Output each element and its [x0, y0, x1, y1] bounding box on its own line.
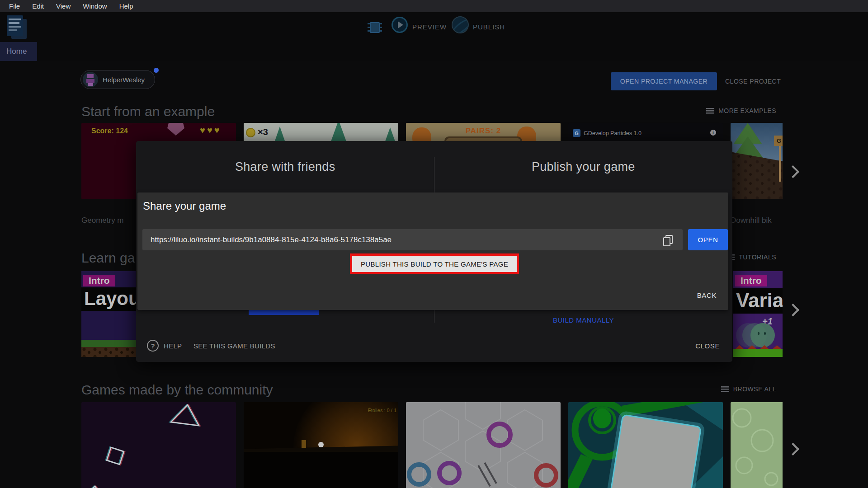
intro-badge: Intro	[735, 275, 767, 286]
community-thumb-green-circles[interactable]	[731, 402, 783, 488]
open-url-button[interactable]: OPEN	[688, 229, 728, 250]
share-your-game-panel: Share your game https://liluo.io/instant…	[137, 192, 728, 310]
list-icon	[706, 108, 714, 114]
debug-icon[interactable]	[368, 19, 382, 35]
build-url-field[interactable]: https://liluo.io/instant-builds/9b1a0884…	[142, 229, 683, 250]
coin-multiplier-text: ×3	[258, 127, 268, 137]
particles-title: GDevelop Particles 1.0	[584, 130, 642, 136]
help-button[interactable]: HELP	[164, 342, 182, 350]
avatar	[83, 72, 98, 87]
green-circles-graphic	[731, 402, 783, 488]
username-label: HelperWesley	[103, 76, 145, 84]
game-score-text: Score: 124	[91, 127, 128, 135]
stars-counter-text: Étoiles : 0 / 1	[368, 408, 396, 413]
browse-all-label: BROWSE ALL	[733, 385, 776, 393]
intro-badge: Intro	[83, 275, 115, 286]
selected-tab-indicator	[249, 310, 319, 315]
hearts-icons: ♥♥♥	[200, 125, 222, 136]
more-examples-label: MORE EXAMPLES	[718, 107, 776, 114]
example-thumb-downhill-bike[interactable]: G	[731, 123, 783, 199]
avatar-pixel-art	[87, 74, 94, 78]
annotation-highlight-box: PUBLISH THIS BUILD TO THE GAME'S PAGE	[350, 253, 519, 274]
tab-publish-your-game[interactable]: Publish your game	[434, 141, 733, 192]
examples-section-title: Start from an example	[81, 104, 215, 119]
share-dialog: Share with friends Publish your game BUI…	[136, 141, 732, 362]
menu-bar: File Edit View Window Help	[0, 0, 868, 12]
lantern-shape	[302, 440, 306, 448]
avatar-pixel-art	[88, 83, 93, 86]
community-thumb-shapes[interactable]	[81, 402, 236, 488]
example-caption-downhill: Downhill bik	[731, 216, 772, 225]
copy-icon[interactable]	[663, 235, 671, 244]
more-examples-button[interactable]: MORE EXAMPLES	[706, 107, 776, 114]
community-carousel: Étoiles : 0 / 1	[81, 402, 783, 488]
tab-strip: Home	[0, 42, 868, 61]
ghost-character-shape	[750, 323, 775, 347]
back-button[interactable]: BACK	[697, 291, 717, 299]
ground-strip-shape	[733, 349, 783, 357]
see-game-builds-button[interactable]: SEE THIS GAME BUILDS	[193, 342, 275, 350]
coin-icon	[246, 128, 255, 137]
menu-item-view[interactable]: View	[56, 2, 71, 10]
tabs-divider	[434, 157, 434, 192]
tutorials-label: TUTORIALS	[739, 253, 776, 261]
tutorials-button[interactable]: TUTORIALS	[726, 253, 776, 261]
avatar-pixel-art	[86, 79, 94, 83]
toolbar: PREVIEW PUBLISH	[0, 12, 868, 42]
tab-home[interactable]: Home	[0, 42, 37, 61]
example-caption-geometry: Geometry m	[81, 216, 124, 225]
list-icon	[721, 386, 729, 392]
hex-rings-graphic	[406, 402, 561, 488]
menu-item-help[interactable]: Help	[119, 2, 133, 10]
community-thumb-night-forest[interactable]: Étoiles : 0 / 1	[244, 402, 398, 488]
tutorial-thumb-variables[interactable]: Intro Variab +1	[733, 271, 783, 357]
publish-button[interactable]: PUBLISH	[473, 23, 505, 31]
community-section-title: Games made by the community	[81, 382, 273, 398]
notification-dot	[154, 68, 159, 73]
preview-button[interactable]: PREVIEW	[412, 23, 447, 31]
play-triangle-icon	[398, 21, 403, 28]
project-manager-icon[interactable]	[7, 15, 27, 39]
gdevelop-logo-icon: G	[573, 129, 580, 137]
open-project-manager-button[interactable]: OPEN PROJECT MANAGER	[611, 72, 717, 90]
build-manually-link[interactable]: BUILD MANUALLY	[434, 316, 732, 324]
app-window: File Edit View Window Help PREVIEW PUBLI…	[0, 0, 868, 488]
user-profile-chip[interactable]: HelperWesley	[80, 70, 155, 89]
build-url-text: https://liluo.io/instant-builds/9b1a0884…	[151, 229, 392, 250]
menu-item-window[interactable]: Window	[83, 2, 107, 10]
project-manager-icon-front	[7, 15, 23, 36]
info-icon[interactable]: i	[710, 130, 716, 136]
browse-all-button[interactable]: BROWSE ALL	[721, 385, 776, 393]
preview-play-icon[interactable]	[392, 17, 408, 33]
publish-globe-icon[interactable]	[452, 16, 469, 33]
player-ball-shape	[318, 442, 324, 447]
teal-rings-graphic	[568, 402, 723, 488]
debug-icon-chip	[370, 22, 380, 33]
publish-this-build-button[interactable]: PUBLISH THIS BUILD TO THE GAME'S PAGE	[352, 256, 517, 272]
panel-title: Share your game	[143, 200, 226, 212]
carousel-next-arrow-icon[interactable]	[788, 444, 799, 455]
chromatic-shapes-graphic	[81, 402, 236, 488]
community-thumb-hex-rings[interactable]	[406, 402, 561, 488]
pentagon-shape	[167, 123, 184, 136]
dialog-footer: ? HELP SEE THIS GAME BUILDS CLOSE	[136, 339, 732, 362]
menu-item-edit[interactable]: Edit	[32, 2, 44, 10]
tutorial-title-band: Variab	[733, 288, 783, 314]
ghost-eye	[758, 332, 760, 335]
tab-share-with-friends[interactable]: Share with friends	[136, 141, 434, 192]
close-project-button[interactable]: CLOSE PROJECT	[725, 72, 781, 90]
dark-ground-shape	[244, 452, 398, 488]
menu-item-file[interactable]: File	[9, 2, 20, 10]
carousel-next-arrow-icon[interactable]	[788, 305, 799, 316]
carousel-next-arrow-icon[interactable]	[788, 166, 799, 178]
community-thumb-teal-rings[interactable]	[568, 402, 723, 488]
pairs-score-text: PAIRS: 2	[406, 127, 561, 136]
wooden-sign: G	[774, 136, 783, 146]
learn-section-title: Learn ga	[81, 250, 135, 266]
debug-icon-legs	[380, 23, 382, 32]
help-icon[interactable]: ?	[147, 340, 159, 352]
close-dialog-button[interactable]: CLOSE	[695, 342, 720, 350]
ghost-eye	[764, 332, 766, 335]
